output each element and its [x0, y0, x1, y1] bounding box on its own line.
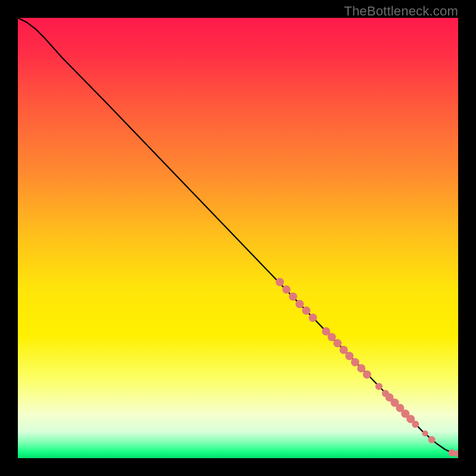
data-point	[289, 292, 298, 300]
data-point	[282, 286, 290, 294]
data-overlay	[18, 18, 458, 458]
watermark-label: TheBottleneck.com	[344, 4, 458, 19]
data-point	[363, 370, 371, 378]
data-point	[428, 436, 436, 443]
data-point	[302, 306, 311, 315]
data-point	[449, 449, 456, 456]
chart-stage: TheBottleneck.com	[0, 0, 476, 476]
data-point	[275, 278, 284, 286]
scatter-group	[275, 278, 458, 458]
data-point	[333, 339, 342, 347]
data-point	[340, 346, 348, 354]
data-point	[345, 352, 353, 360]
data-point	[422, 431, 428, 437]
data-point	[357, 364, 365, 372]
data-point	[351, 358, 359, 367]
data-point	[296, 300, 304, 308]
data-point	[328, 333, 336, 342]
data-point	[412, 421, 419, 428]
plot-area	[18, 18, 458, 458]
curve-path	[18, 18, 458, 454]
data-point	[375, 383, 383, 390]
data-point	[309, 314, 317, 322]
